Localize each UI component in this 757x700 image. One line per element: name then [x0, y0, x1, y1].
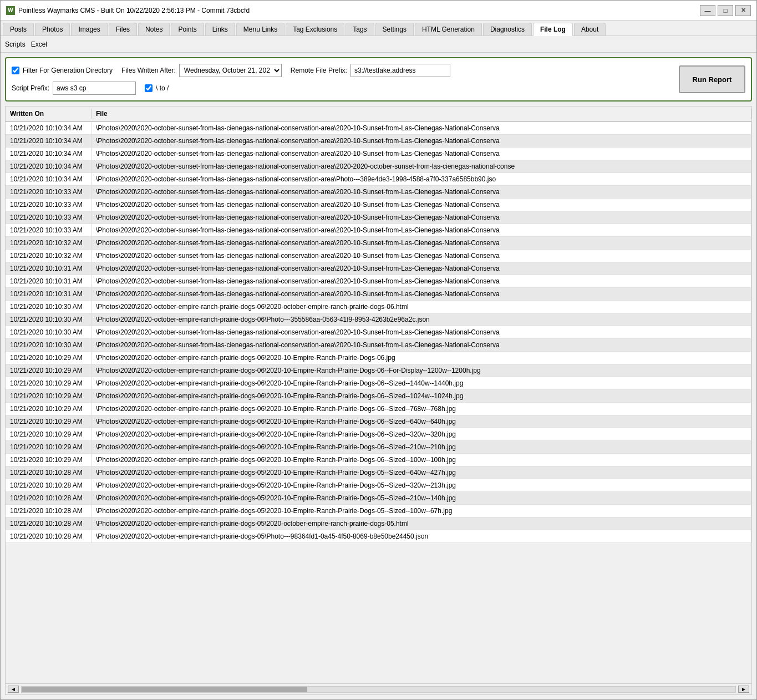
- table-row[interactable]: 10/21/2020 10:10:32 AM\Photos\2020\2020-…: [6, 237, 751, 250]
- tab-posts[interactable]: Posts: [3, 23, 34, 35]
- table-row[interactable]: 10/21/2020 10:10:30 AM\Photos\2020\2020-…: [6, 339, 751, 352]
- minimize-button[interactable]: —: [700, 5, 715, 16]
- cell-file: \Photos\2020\2020-october-sunset-from-la…: [92, 160, 751, 173]
- cell-written-on: 10/21/2020 10:10:30 AM: [6, 301, 92, 313]
- maximize-button[interactable]: □: [718, 5, 733, 16]
- table-row[interactable]: 10/21/2020 10:10:28 AM\Photos\2020\2020-…: [6, 518, 751, 530]
- table-row[interactable]: 10/21/2020 10:10:33 AM\Photos\2020\2020-…: [6, 211, 751, 224]
- cell-file: \Photos\2020\2020-october-sunset-from-la…: [92, 288, 751, 300]
- table-row[interactable]: 10/21/2020 10:10:29 AM\Photos\2020\2020-…: [6, 441, 751, 454]
- tab-tag-exclusions[interactable]: Tag Exclusions: [286, 23, 344, 35]
- cell-file: \Photos\2020\2020-october-empire-ranch-p…: [92, 441, 751, 453]
- tab-file-log[interactable]: File Log: [533, 23, 573, 36]
- table-row[interactable]: 10/21/2020 10:10:28 AM\Photos\2020\2020-…: [6, 505, 751, 518]
- cell-written-on: 10/21/2020 10:10:34 AM: [6, 122, 92, 134]
- tab-images[interactable]: Images: [71, 23, 107, 35]
- cell-file: \Photos\2020\2020-october-sunset-from-la…: [92, 148, 751, 160]
- cell-written-on: 10/21/2020 10:10:29 AM: [6, 403, 92, 415]
- table-row[interactable]: 10/21/2020 10:10:29 AM\Photos\2020\2020-…: [6, 454, 751, 466]
- table-body[interactable]: 10/21/2020 10:10:34 AM\Photos\2020\2020-…: [6, 122, 751, 683]
- table-header: Written On File: [6, 106, 751, 122]
- table-row[interactable]: 10/21/2020 10:10:34 AM\Photos\2020\2020-…: [6, 122, 751, 135]
- table-row[interactable]: 10/21/2020 10:10:33 AM\Photos\2020\2020-…: [6, 199, 751, 211]
- cell-file: \Photos\2020\2020-october-empire-ranch-p…: [92, 518, 751, 530]
- table-row[interactable]: 10/21/2020 10:10:30 AM\Photos\2020\2020-…: [6, 301, 751, 313]
- cell-written-on: 10/21/2020 10:10:34 AM: [6, 160, 92, 173]
- cell-file: \Photos\2020\2020-october-empire-ranch-p…: [92, 479, 751, 491]
- tab-tags[interactable]: Tags: [346, 23, 374, 35]
- run-report-button[interactable]: Run Report: [679, 65, 745, 93]
- tab-points[interactable]: Points: [171, 23, 204, 35]
- table-row[interactable]: 10/21/2020 10:10:34 AM\Photos\2020\2020-…: [6, 135, 751, 148]
- files-written-after-label: Files Written After:: [121, 67, 176, 74]
- cell-written-on: 10/21/2020 10:10:30 AM: [6, 313, 92, 326]
- close-button[interactable]: ✕: [735, 5, 751, 16]
- table-row[interactable]: 10/21/2020 10:10:33 AM\Photos\2020\2020-…: [6, 224, 751, 237]
- table-row[interactable]: 10/21/2020 10:10:30 AM\Photos\2020\2020-…: [6, 326, 751, 339]
- cell-file: \Photos\2020\2020-october-sunset-from-la…: [92, 135, 751, 147]
- cell-file: \Photos\2020\2020-october-sunset-from-la…: [92, 339, 751, 351]
- cell-file: \Photos\2020\2020-october-empire-ranch-p…: [92, 454, 751, 466]
- scroll-left-button[interactable]: ◄: [8, 686, 19, 693]
- table-row[interactable]: 10/21/2020 10:10:34 AM\Photos\2020\2020-…: [6, 160, 751, 173]
- table-row[interactable]: 10/21/2020 10:10:29 AM\Photos\2020\2020-…: [6, 352, 751, 364]
- options-row-2: Script Prefix: \ to /: [12, 82, 668, 95]
- table-row[interactable]: 10/21/2020 10:10:29 AM\Photos\2020\2020-…: [6, 390, 751, 403]
- app-icon: W: [6, 6, 15, 15]
- tab-about[interactable]: About: [574, 23, 606, 35]
- filter-label: Filter For Generation Directory: [23, 67, 113, 74]
- slash-checkbox[interactable]: [145, 84, 153, 92]
- remote-file-prefix-input[interactable]: [350, 64, 450, 77]
- scripts-link[interactable]: Scripts: [5, 40, 26, 48]
- script-prefix-item: Script Prefix:: [12, 82, 136, 95]
- table-row[interactable]: 10/21/2020 10:10:29 AM\Photos\2020\2020-…: [6, 364, 751, 377]
- cell-written-on: 10/21/2020 10:10:34 AM: [6, 173, 92, 185]
- scroll-right-button[interactable]: ►: [738, 686, 749, 693]
- tab-settings[interactable]: Settings: [375, 23, 414, 35]
- table-row[interactable]: 10/21/2020 10:10:28 AM\Photos\2020\2020-…: [6, 479, 751, 492]
- table-row[interactable]: 10/21/2020 10:10:31 AM\Photos\2020\2020-…: [6, 275, 751, 288]
- cell-written-on: 10/21/2020 10:10:28 AM: [6, 505, 92, 517]
- table-row[interactable]: 10/21/2020 10:10:30 AM\Photos\2020\2020-…: [6, 313, 751, 326]
- cell-written-on: 10/21/2020 10:10:30 AM: [6, 339, 92, 351]
- table-row[interactable]: 10/21/2020 10:10:34 AM\Photos\2020\2020-…: [6, 173, 751, 186]
- title-bar-left: W Pointless Waymarks CMS - Built On 10/2…: [6, 6, 250, 15]
- table-row[interactable]: 10/21/2020 10:10:34 AM\Photos\2020\2020-…: [6, 148, 751, 160]
- table-row[interactable]: 10/21/2020 10:10:28 AM\Photos\2020\2020-…: [6, 466, 751, 479]
- files-written-after-select[interactable]: Wednesday, October 21, 202: [179, 64, 282, 77]
- tab-diagnostics[interactable]: Diagnostics: [483, 23, 532, 35]
- table-row[interactable]: 10/21/2020 10:10:33 AM\Photos\2020\2020-…: [6, 186, 751, 199]
- table-row[interactable]: 10/21/2020 10:10:28 AM\Photos\2020\2020-…: [6, 530, 751, 543]
- tab-links[interactable]: Links: [205, 23, 235, 35]
- table-row[interactable]: 10/21/2020 10:10:29 AM\Photos\2020\2020-…: [6, 415, 751, 428]
- script-prefix-input[interactable]: [53, 82, 136, 95]
- cell-file: \Photos\2020\2020-october-sunset-from-la…: [92, 224, 751, 236]
- tab-html-generation[interactable]: HTML Generation: [415, 23, 482, 35]
- cell-file: \Photos\2020\2020-october-sunset-from-la…: [92, 275, 751, 287]
- cell-written-on: 10/21/2020 10:10:29 AM: [6, 364, 92, 377]
- cell-written-on: 10/21/2020 10:10:28 AM: [6, 518, 92, 530]
- table-row[interactable]: 10/21/2020 10:10:29 AM\Photos\2020\2020-…: [6, 428, 751, 441]
- tab-photos[interactable]: Photos: [35, 23, 70, 35]
- table-row[interactable]: 10/21/2020 10:10:32 AM\Photos\2020\2020-…: [6, 250, 751, 262]
- options-panel: Filter For Generation Directory Files Wr…: [5, 57, 752, 102]
- excel-link[interactable]: Excel: [31, 40, 47, 48]
- table-row[interactable]: 10/21/2020 10:10:29 AM\Photos\2020\2020-…: [6, 377, 751, 390]
- table-row[interactable]: 10/21/2020 10:10:31 AM\Photos\2020\2020-…: [6, 262, 751, 275]
- filter-checkbox[interactable]: [12, 67, 19, 74]
- horizontal-scrollbar[interactable]: ◄ ►: [6, 683, 751, 694]
- run-report-container: Run Report: [668, 64, 745, 95]
- cell-file: \Photos\2020\2020-october-empire-ranch-p…: [92, 530, 751, 542]
- files-written-after-item: Files Written After: Wednesday, October …: [121, 64, 282, 77]
- table-row[interactable]: 10/21/2020 10:10:28 AM\Photos\2020\2020-…: [6, 492, 751, 505]
- cell-written-on: 10/21/2020 10:10:33 AM: [6, 224, 92, 236]
- tab-files[interactable]: Files: [109, 23, 137, 35]
- table-row[interactable]: 10/21/2020 10:10:29 AM\Photos\2020\2020-…: [6, 403, 751, 415]
- cell-file: \Photos\2020\2020-october-empire-ranch-p…: [92, 403, 751, 415]
- tab-notes[interactable]: Notes: [138, 23, 170, 35]
- cell-written-on: 10/21/2020 10:10:29 AM: [6, 441, 92, 453]
- tab-menu-links[interactable]: Menu Links: [236, 23, 284, 35]
- filter-checkbox-item: Filter For Generation Directory: [12, 67, 113, 74]
- table-row[interactable]: 10/21/2020 10:10:31 AM\Photos\2020\2020-…: [6, 288, 751, 301]
- cell-file: \Photos\2020\2020-october-empire-ranch-p…: [92, 352, 751, 364]
